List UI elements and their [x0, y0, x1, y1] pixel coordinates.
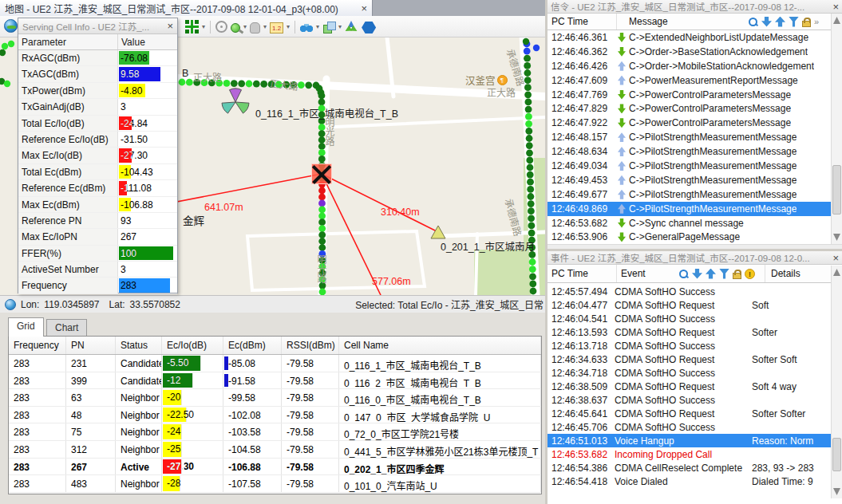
grid-row[interactable]: 283 75 Neighbor -24 -103.58 -79.58 — [9, 423, 541, 441]
event-row[interactable]: 12:46:38.509 CDMA SoftHO Request Soft 4 … — [547, 380, 831, 393]
map-tab[interactable]: 地图 - UE2 江苏_淮安_城区_日常测试_市区--2017-09-08 12… — [0, 0, 373, 16]
filter-icon[interactable] — [719, 269, 729, 279]
column-header-pn[interactable]: PN — [66, 337, 116, 354]
serving-table-row[interactable]: Total Ec/Io(dB) -24.84 -24.84 — [18, 116, 177, 132]
pan-dropdown-icon[interactable]: ▾ — [263, 23, 267, 30]
scroll-up-arrow-icon[interactable] — [833, 17, 840, 24]
find-binoculars-icon[interactable] — [300, 23, 313, 33]
globe-edit-icon[interactable] — [4, 19, 18, 33]
serving-table-row[interactable]: Max Ec/Io(dB) -27.30 -27.30 — [18, 148, 177, 163]
signaling-row[interactable]: 12:46:47.769 C->PowerControlParametersMe… — [547, 88, 831, 102]
signaling-row[interactable]: 12:46:49.034 C->PilotStrengthMeasurement… — [547, 159, 831, 173]
event-row[interactable]: 12:46:38.637 CDMA SoftHO Success — [547, 393, 831, 407]
more-options-icon[interactable]: » — [814, 17, 824, 27]
scroll-top-icon[interactable] — [706, 269, 716, 279]
column-header-message[interactable]: Message — [615, 16, 668, 27]
signaling-row[interactable]: 12:46:48.634 C->PilotStrengthMeasurement… — [547, 144, 831, 159]
event-row[interactable]: 12:46:13.718 CDMA SoftHO Success — [547, 339, 831, 352]
tab-chart[interactable]: Chart — [46, 319, 87, 337]
signaling-row[interactable]: 12:46:49.453 C->PilotStrengthMeasurement… — [547, 173, 831, 187]
event-row[interactable]: 12:46:34.718 CDMA SoftHO Success — [547, 366, 831, 380]
signaling-row[interactable]: 12:46:49.677 C->PilotStrengthMeasurement… — [547, 187, 831, 202]
scroll-top-icon[interactable] — [775, 17, 785, 27]
grid-row[interactable]: 283 63 Neighbor -20 -99.58 -79.58 — [9, 389, 541, 407]
serving-window-titlebar[interactable]: Serving Cell Info - UE2 江苏_... × — [18, 18, 177, 34]
signaling-row[interactable]: 12:46:47.922 C->PowerControlParametersMe… — [547, 116, 831, 130]
events-scrollbar[interactable] — [831, 266, 842, 498]
serving-table-row[interactable]: TxAGC(dBm) 9.58 9.58 — [18, 66, 177, 82]
column-header-event[interactable]: Event — [615, 268, 646, 279]
grid-row[interactable]: 283 267 Active -27.30 -27.30 -106.88 -79 — [9, 459, 541, 476]
signaling-row[interactable]: 12:46:48.157 C->PilotStrengthMeasurement… — [547, 130, 831, 144]
signaling-row[interactable]: 12:46:46.426 C->Order->MobileStationAckn… — [547, 59, 831, 73]
scroll-bottom-icon[interactable] — [692, 269, 702, 279]
scrollbar-thumb[interactable] — [832, 165, 841, 215]
map-close-icon[interactable]: × — [361, 3, 367, 14]
column-header-cellname[interactable]: Cell Name — [339, 337, 541, 354]
scroll-up-arrow-icon[interactable] — [833, 269, 840, 276]
region-polygon-icon[interactable] — [362, 22, 376, 33]
current-position-marker[interactable] — [311, 163, 332, 184]
lock-scroll-icon[interactable] — [802, 21, 811, 27]
serving-table-row[interactable]: Total Ec(dBm) -104.43 — [18, 164, 177, 180]
serving-table-row[interactable]: Reference Ec(dBm) -111.08 -111.08 — [18, 180, 177, 196]
measure-dropdown-icon[interactable]: ▾ — [287, 23, 290, 30]
signaling-scrollbar[interactable] — [831, 14, 842, 244]
column-header-ecio[interactable]: Ec/Io(dB) — [162, 337, 223, 354]
serving-table-row[interactable]: Max Ec(dBm) -106.88 — [18, 197, 177, 213]
signaling-row[interactable]: 12:46:49.869 C->PilotStrengthMeasurement… — [547, 202, 831, 216]
signaling-row[interactable]: 12:46:46.362 C->Order->BaseStationAcknow… — [547, 45, 831, 59]
serving-close-icon[interactable]: × — [167, 21, 173, 31]
tab-grid[interactable]: Grid — [8, 317, 44, 337]
serving-table-row[interactable]: Reference Ec/Io(dB) -31.50 — [18, 132, 177, 148]
layers-dropdown-icon[interactable]: ▾ — [338, 23, 342, 30]
event-row[interactable]: 12:46:13.593 CDMA SoftHO Request Softer — [547, 325, 831, 339]
event-row[interactable]: 12:46:45.641 CDMA SoftHO Request Softer … — [547, 407, 831, 420]
serving-table-row[interactable]: Max Ec/IoPN 267 — [18, 229, 177, 245]
event-row[interactable]: 12:46:04.477 CDMA SoftHO Request Soft — [547, 298, 831, 312]
serving-table-row[interactable]: RxAGC(dBm) -76.08 — [18, 50, 177, 66]
event-row[interactable]: 12:46:53.682 Incoming Dropped Call — [547, 447, 831, 461]
column-header-frequency[interactable]: Frequency — [9, 337, 66, 354]
event-row[interactable]: 12:46:54.418 Voice Dialed Dialed Time: 9 — [547, 474, 831, 488]
serving-table-row[interactable]: ActiveSet Number 3 — [18, 262, 177, 278]
layers-icon[interactable] — [322, 21, 335, 33]
column-divider[interactable] — [765, 265, 765, 282]
fit-extent-dropdown-icon[interactable]: ▾ — [202, 23, 205, 30]
column-header-pctime[interactable]: PC Time — [547, 268, 615, 279]
pan-hand-icon[interactable] — [250, 22, 260, 33]
signaling-row[interactable]: 12:46:53.682 C->Sync channel message — [547, 216, 831, 230]
event-row[interactable]: 12:45:57.494 CDMA SoftHO Success — [547, 285, 831, 298]
scroll-bottom-icon[interactable] — [761, 17, 772, 27]
events-close-icon[interactable]: × — [832, 253, 839, 263]
signaling-titlebar[interactable]: 信令 - UE2 江苏_淮安_城区_日常测试_市区--2017-09-08 12… — [547, 0, 842, 14]
column-header-value[interactable]: Value — [118, 34, 148, 49]
signaling-row[interactable]: 12:46:47.609 C->PowerMeasurementReportMe… — [547, 73, 831, 88]
signaling-row[interactable]: 12:46:46.361 C->ExtendedNeighborListUpda… — [547, 30, 831, 45]
grid-row[interactable]: 283 483 Neighbor -28 -107.58 -79.58 — [9, 475, 541, 493]
zoom-select-icon[interactable] — [231, 23, 240, 33]
signaling-row[interactable]: 12:46:47.829 C->PowerControlParametersMe… — [547, 101, 831, 116]
column-header-rssi[interactable]: RSSI(dBm) — [282, 337, 339, 354]
locate-icon[interactable] — [215, 21, 227, 33]
filter-icon[interactable] — [789, 17, 799, 27]
zoom-dropdown-icon[interactable]: ▾ — [243, 23, 247, 30]
serving-table-row[interactable]: Frequency 283 — [18, 278, 177, 293]
event-row[interactable]: 12:46:54.386 CDMA CellReselect Complete … — [547, 461, 831, 474]
find-dropdown-icon[interactable]: ▾ — [316, 23, 319, 30]
column-header-parameter[interactable]: Parameter — [18, 34, 118, 49]
search-icon[interactable] — [678, 269, 689, 279]
measure-icon[interactable]: 1.2 — [270, 22, 283, 33]
signaling-close-icon[interactable]: × — [832, 2, 839, 12]
column-divider[interactable] — [616, 265, 617, 282]
scrollbar-thumb[interactable] — [832, 438, 841, 471]
grid-row[interactable]: 283 231 Candidate -5.50 -5.50 -85.08 -79 — [9, 355, 541, 372]
signaling-hscrollbar[interactable] — [547, 244, 842, 249]
fit-extent-icon[interactable] — [185, 20, 199, 33]
signaling-row[interactable]: 12:46:53.906 C->GeneralPageMessage — [547, 230, 831, 244]
event-row[interactable]: 12:46:51.013 Voice Hangup Reason: Norm — [547, 434, 831, 447]
serving-table-row[interactable]: Reference PN 93 — [18, 213, 177, 229]
grid-row[interactable]: 283 48 Neighbor -22.50 -102.08 -79.58 — [9, 407, 541, 424]
serving-table-row[interactable]: FFER(%) 100 100 — [18, 246, 177, 262]
cell-sectors-icon[interactable] — [345, 21, 358, 33]
